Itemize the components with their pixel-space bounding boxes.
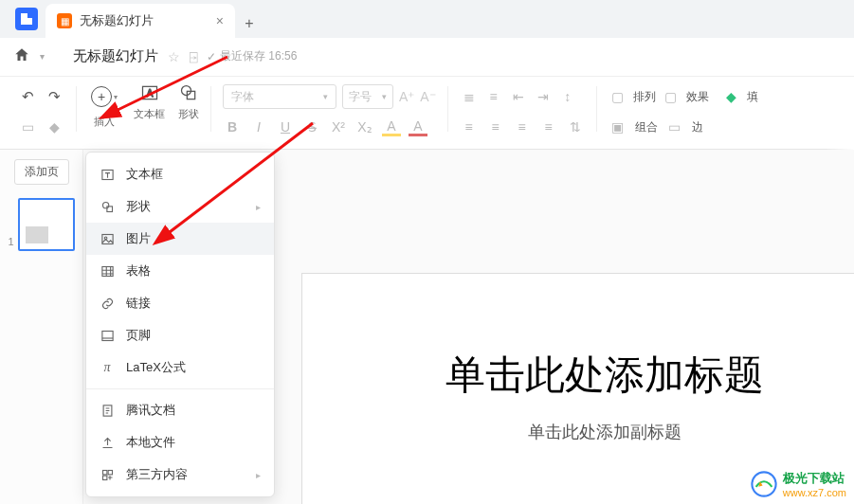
chevron-down-icon[interactable]: ▾: [40, 51, 45, 62]
strikethrough-icon[interactable]: S̶: [302, 119, 321, 135]
link-icon: [100, 296, 115, 311]
group-icon[interactable]: ▣: [609, 119, 627, 135]
textbox-icon[interactable]: A: [139, 82, 160, 103]
svg-rect-13: [102, 470, 106, 474]
latex-icon: π: [100, 360, 115, 375]
underline-icon[interactable]: U: [276, 119, 295, 135]
menu-item-third-party[interactable]: 第三方内容 ▸: [86, 459, 274, 491]
insert-button[interactable]: + ▾: [88, 82, 120, 111]
align-right-icon[interactable]: ≡: [513, 119, 532, 135]
divider: [76, 86, 77, 132]
table-icon: [100, 263, 115, 279]
bold-icon[interactable]: B: [223, 119, 242, 135]
increase-font-icon[interactable]: A⁺: [399, 89, 414, 104]
indent-dec-icon[interactable]: ⇤: [509, 89, 528, 104]
menu-item-image[interactable]: 图片: [86, 223, 274, 255]
superscript-icon[interactable]: X²: [329, 119, 348, 135]
menu-label: 图片: [126, 230, 151, 247]
watermark-logo-icon: [751, 471, 777, 497]
menu-item-shape[interactable]: 形状 ▸: [86, 190, 274, 223]
slide-title-placeholder[interactable]: 单击此处添加标题: [445, 349, 764, 402]
app-logo[interactable]: [8, 0, 45, 38]
svg-text:A: A: [146, 88, 153, 99]
menu-separator: [86, 388, 274, 389]
redo-icon[interactable]: ↷: [44, 86, 64, 107]
undo-icon[interactable]: ↶: [17, 86, 38, 107]
font-size-select[interactable]: 字号▾: [342, 84, 393, 109]
textbox-label: 文本框: [134, 107, 165, 121]
format-painter-icon[interactable]: ▭: [18, 119, 37, 135]
indent-inc-icon[interactable]: ⇥: [534, 89, 553, 104]
font-family-placeholder: 字体: [231, 89, 254, 105]
decrease-font-icon[interactable]: A⁻: [420, 89, 435, 104]
chevron-down-icon: ▾: [382, 92, 387, 101]
arrange-icon[interactable]: ▢: [609, 89, 627, 104]
close-tab-icon[interactable]: ×: [216, 13, 224, 28]
slides-doc-icon: ▦: [57, 13, 72, 28]
paragraph-group: ≣ ≡ ⇤ ⇥ ↕ ≡ ≡ ≡ ≡ ⇅: [454, 82, 591, 149]
menu-item-link[interactable]: 链接: [86, 287, 274, 319]
footer-icon: [100, 328, 115, 343]
menu-label: 链接: [126, 295, 151, 312]
save-status-text: 最近保存 16:56: [220, 48, 297, 64]
undo-redo-group: ↶ ↷ ▭ ◆: [11, 82, 70, 149]
home-icon[interactable]: [13, 46, 30, 67]
star-icon[interactable]: ☆: [168, 49, 180, 64]
add-page-button[interactable]: 添加页: [14, 159, 69, 185]
fill-label: 填: [747, 89, 758, 105]
menu-label: 腾讯文档: [126, 402, 175, 419]
number-list-icon[interactable]: ≡: [484, 89, 503, 104]
insert-label: 插入: [94, 115, 115, 129]
slide-subtitle-placeholder[interactable]: 单击此处添加副标题: [528, 421, 681, 443]
menu-item-tencent-doc[interactable]: 腾讯文档: [86, 394, 274, 426]
border-icon[interactable]: ▭: [665, 119, 684, 135]
fill-group: ◆ 填: [717, 82, 764, 149]
svg-rect-10: [101, 266, 112, 276]
tab-active[interactable]: ▦ 无标题幻灯片 ×: [45, 4, 235, 38]
line-spacing-icon[interactable]: ↕: [558, 89, 577, 104]
highlight-icon[interactable]: A: [382, 118, 401, 136]
menu-label: 文本框: [126, 166, 163, 183]
font-family-select[interactable]: 字体▾: [223, 84, 336, 109]
menu-item-textbox[interactable]: 文本框: [86, 158, 274, 190]
bullet-list-icon[interactable]: ≣: [460, 89, 479, 104]
clear-format-icon[interactable]: ◆: [45, 119, 64, 135]
effect-icon[interactable]: ▢: [662, 89, 681, 104]
menu-item-local-file[interactable]: 本地文件: [86, 426, 274, 459]
fill-icon[interactable]: ◆: [722, 89, 741, 104]
text-direction-icon[interactable]: ⇅: [566, 119, 585, 135]
align-center-icon[interactable]: ≡: [486, 119, 505, 135]
italic-icon[interactable]: I: [249, 119, 268, 135]
chevron-right-icon: ▸: [256, 202, 261, 212]
align-justify-icon[interactable]: ≡: [539, 119, 558, 135]
font-color-icon[interactable]: A: [409, 118, 427, 136]
svg-point-6: [102, 202, 108, 207]
arrange-label: 排列: [633, 89, 656, 105]
thumb-wrap: 1: [8, 198, 74, 251]
align-left-icon[interactable]: ≡: [460, 119, 479, 135]
svg-point-3: [182, 86, 191, 96]
fade: [826, 77, 854, 151]
subscript-icon[interactable]: X₂: [355, 119, 374, 135]
menu-item-footer[interactable]: 页脚: [86, 319, 274, 351]
slide-thumbnail[interactable]: [18, 198, 75, 251]
menu-label: 页脚: [126, 327, 151, 344]
shape-label: 形状: [178, 107, 199, 121]
tab-bar: ▦ 无标题幻灯片 × +: [0, 0, 854, 38]
textbox-icon: [100, 167, 115, 182]
shape-icon: [100, 199, 115, 214]
svg-rect-8: [101, 234, 112, 243]
new-tab-button[interactable]: +: [235, 9, 263, 38]
menu-item-latex[interactable]: π LaTeX公式: [86, 351, 274, 384]
insert-group: + ▾ 插入: [82, 82, 126, 149]
menu-item-table[interactable]: 表格: [86, 255, 274, 287]
menu-label: LaTeX公式: [126, 359, 186, 376]
menu-label: 形状: [126, 198, 151, 215]
doc-title[interactable]: 无标题幻灯片: [73, 47, 158, 65]
menu-label: 第三方内容: [126, 466, 188, 483]
arrange-group: ▢ 排列 ▢ 效果 ▣ 组合 ▭ 边: [603, 82, 715, 149]
shape-group: 形状: [173, 82, 205, 149]
shape-icon[interactable]: [178, 82, 199, 103]
menu-label: 本地文件: [126, 434, 175, 451]
open-external-icon[interactable]: ⍈: [190, 49, 197, 64]
